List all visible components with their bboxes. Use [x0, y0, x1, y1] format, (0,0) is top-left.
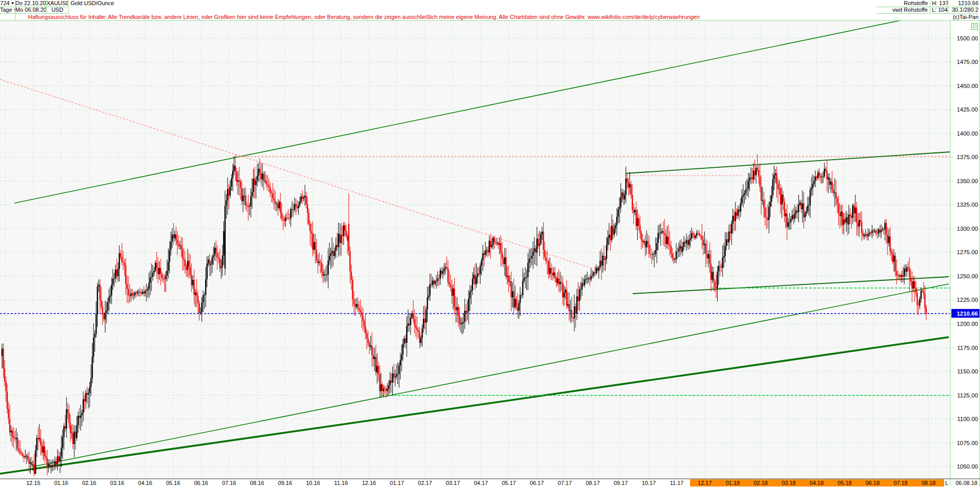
x-axis-label: 04.16: [138, 480, 152, 486]
x-axis-label: 08.16: [250, 480, 264, 486]
x-axis-label: 04.18: [810, 480, 824, 486]
x-axis-label: 12.15: [26, 480, 40, 486]
x-axis-label: 07.16: [222, 480, 236, 486]
plot-area[interactable]: [0, 20, 950, 479]
x-axis-label: 01.18: [726, 480, 740, 486]
y-axis-label: 1150.00: [957, 368, 978, 374]
x-axis-label: 05.17: [502, 480, 516, 486]
chart-canvas[interactable]: 1500.001475.001450.001425.001400.001375.…: [0, 0, 980, 487]
x-axis-label: 09.16: [278, 480, 293, 486]
x-axis-label: 11.17: [670, 480, 684, 486]
x-axis-label: 01.16: [54, 480, 69, 486]
x-axis-label: 12.16: [362, 480, 376, 486]
y-axis-label: 1400.00: [956, 130, 978, 137]
x-axis-label: 10.17: [642, 480, 656, 486]
last-price-label-text: 1210.66: [956, 311, 978, 317]
y-axis-label: 1475.00: [956, 59, 978, 65]
x-axis-label: 08.17: [586, 480, 600, 486]
x-axis-label: 02.17: [418, 480, 432, 486]
x-axis-label: 07.18: [894, 480, 908, 486]
y-axis-label: 1300.00: [956, 226, 978, 232]
x-axis-label: 08.18: [922, 480, 936, 486]
y-axis-label: 1175.00: [957, 345, 978, 351]
y-axis-label: 1500.00: [956, 35, 978, 41]
x-axis-label: 12.17: [698, 480, 712, 486]
y-axis-label: 1275.00: [956, 249, 978, 255]
y-axis-label: 1250.00: [956, 273, 978, 279]
y-axis-label: 1100.00: [957, 416, 978, 422]
x-axis-label: 07.17: [558, 480, 572, 486]
x-axis-end-date: 06.08.18: [955, 480, 977, 486]
x-axis-label: 02.18: [753, 480, 768, 486]
y-axis-label: 1050.00: [956, 463, 978, 470]
y-axis-label: 1425.00: [956, 106, 978, 113]
x-axis-label: 05.18: [838, 480, 852, 486]
x-axis: 12.1501.1602.1603.1604.1605.1606.1607.16…: [26, 479, 977, 486]
y-axis-label: 1125.00: [957, 392, 978, 399]
y-axis-label: 1450.00: [956, 83, 978, 89]
x-axis-label: 06.16: [194, 480, 208, 486]
y-axis-label: 1075.00: [956, 440, 978, 446]
x-axis-label: 01.17: [390, 480, 404, 486]
x-axis-label: 05.16: [166, 480, 181, 486]
x-axis-label: 06.17: [530, 480, 544, 486]
y-axis-label: 1225.00: [956, 297, 978, 303]
x-axis-label: 11.16: [334, 480, 348, 486]
taipan-chart-window: { "header": { "period_count": "724", "pe…: [0, 0, 980, 487]
x-axis-label: 04.17: [474, 480, 488, 486]
y-axis-label: 1375.00: [956, 154, 978, 160]
y-axis-label: 1325.00: [956, 202, 978, 208]
y-axis-label: 1350.00: [956, 178, 978, 184]
x-axis-label: 06.18: [865, 480, 880, 486]
x-axis-label: 02.16: [82, 480, 97, 486]
chart-restore-icon[interactable]: [971, 23, 978, 30]
x-axis-label: 09.17: [614, 480, 628, 486]
x-axis-label: 10.16: [306, 480, 320, 486]
y-axis-label: 1200.00: [956, 321, 978, 327]
x-axis-label: 03.18: [782, 480, 796, 486]
x-axis-label: 03.17: [446, 480, 460, 486]
x-axis-last-marker: L: [945, 480, 948, 486]
x-axis-label: 03.16: [110, 480, 124, 486]
